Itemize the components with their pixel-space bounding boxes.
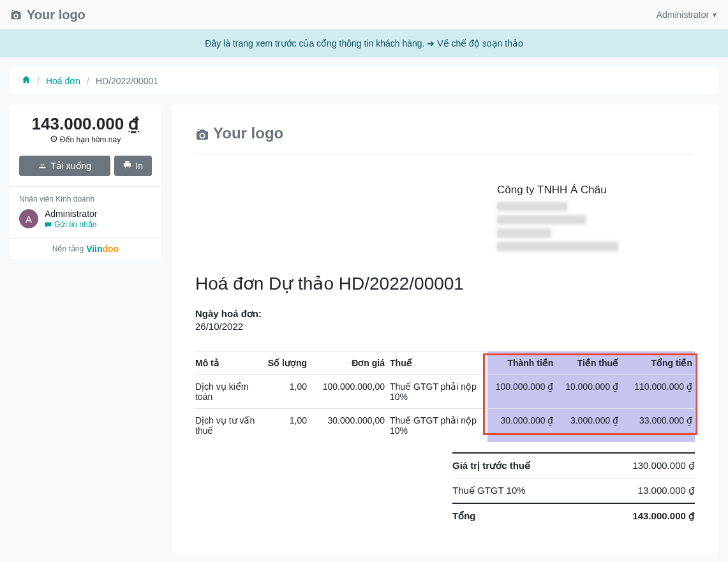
invoice-date-value: 26/10/2022	[195, 321, 695, 332]
home-link[interactable]	[22, 75, 31, 86]
print-button[interactable]: In	[114, 156, 152, 176]
due-date: Đến hạn hôm nay	[17, 135, 154, 144]
col-desc: Mô tả	[195, 351, 267, 375]
col-tax: Thuế	[390, 351, 487, 375]
cell-desc: Dịch vụ tư vấn thuế	[195, 409, 267, 443]
breadcrumb-invoices[interactable]: Hoá đơn	[46, 76, 80, 86]
table-row: Dịch vụ kiểm toán1,00100.000.000,00Thuế …	[195, 375, 695, 409]
cell-total: 110.000.000 ₫	[623, 375, 695, 409]
cell-desc: Dịch vụ kiểm toán	[195, 375, 267, 409]
comment-icon	[45, 221, 52, 228]
vat-label: Thuế GTGT 10%	[452, 485, 526, 496]
brand-logo[interactable]: Your logo	[10, 8, 85, 22]
col-tax-amount: Tiền thuế	[558, 351, 623, 375]
salesperson-label: Nhân viên Kinh doanh	[19, 195, 152, 203]
cell-subtotal: 30.000.000 ₫	[487, 409, 559, 443]
user-name: Administrator	[657, 10, 709, 20]
preview-text: Đây là trang xem trước của cổng thông ti…	[205, 38, 424, 48]
cell-qty: 1,00	[267, 409, 312, 443]
cell-total: 33.000.000 ₫	[623, 409, 695, 443]
totals-block: Giá trị trước thuế 130.000.000 ₫ Thuế GT…	[452, 452, 695, 528]
cell-qty: 1,00	[267, 375, 312, 409]
redacted-line	[497, 215, 586, 225]
vat-value: 13.000.000 ₫	[638, 485, 695, 496]
user-dropdown[interactable]: Administrator ▼	[657, 10, 718, 20]
cell-tax-amount: 3.000.000 ₫	[558, 409, 623, 443]
cell-unit-price: 30.000.000,00	[312, 409, 390, 443]
cell-tax-amount: 10.000.000 ₫	[558, 375, 623, 409]
col-subtotal: Thành tiền	[487, 351, 559, 375]
redacted-line	[497, 228, 551, 238]
table-row: Dịch vụ tư vấn thuế1,0030.000.000,00Thuế…	[195, 409, 695, 443]
doc-logo: Your logo	[195, 124, 695, 154]
total-value: 143.000.000 ₫	[632, 510, 695, 522]
platform-credit: Nền tảng Viindoo	[10, 238, 161, 259]
breadcrumb-sep: /	[87, 76, 89, 86]
cell-tax: Thuế GTGT phải nộp 10%	[390, 409, 487, 443]
amount-due: 143.000.000 ₫	[17, 114, 154, 134]
caret-down-icon: ▼	[711, 11, 718, 18]
cell-tax: Thuế GTGT phải nộp 10%	[390, 375, 487, 409]
doc-logo-text: Your logo	[213, 124, 283, 142]
col-unit-price: Đơn giá	[312, 351, 390, 375]
svg-rect-1	[198, 129, 200, 130]
company-name: Công ty TNHH Á Châu	[497, 184, 695, 196]
cell-unit-price: 100.000.000,00	[312, 375, 390, 409]
invoice-document: Your logo Công ty TNHH Á Châu Hoá đơn Dự…	[172, 105, 718, 554]
breadcrumb-sep: /	[37, 76, 40, 86]
breadcrumb-current: HD/2022/00001	[96, 76, 158, 86]
clock-icon	[50, 135, 57, 144]
download-button[interactable]: Tải xuống	[19, 156, 110, 176]
camera-icon	[10, 10, 22, 20]
invoice-title: Hoá đơn Dự thảo HD/2022/00001	[195, 273, 695, 294]
redacted-line	[497, 242, 618, 251]
sidebar: 143.000.000 ₫ Đến hạn hôm nay Tả	[10, 105, 161, 259]
cell-subtotal: 100.000.000 ₫	[487, 375, 559, 409]
download-icon	[38, 161, 47, 171]
pretax-value: 130.000.000 ₫	[632, 460, 695, 471]
avatar: A	[19, 209, 38, 228]
company-address: Công ty TNHH Á Châu	[195, 184, 695, 255]
col-qty: Số lượng	[267, 351, 312, 375]
top-navbar: Your logo Administrator ▼	[0, 0, 728, 29]
line-items-table: Mô tả Số lượng Đơn giá Thuế Thành tiền T…	[195, 351, 695, 442]
invoice-date-label: Ngày hoá đơn:	[195, 308, 695, 320]
breadcrumb: / Hoá đơn / HD/2022/00001	[10, 68, 718, 94]
pretax-label: Giá trị trước thuế	[452, 460, 530, 471]
camera-icon	[195, 129, 207, 138]
print-icon	[123, 161, 131, 171]
home-icon	[22, 75, 31, 84]
svg-rect-0	[12, 10, 13, 11]
arrow-right-icon: ➔	[427, 38, 435, 48]
total-label: Tổng	[452, 510, 476, 522]
back-to-edit-link[interactable]: Về chế độ soạn thảo	[437, 38, 523, 48]
send-message-link[interactable]: Gửi tin nhắn	[45, 220, 97, 229]
viindoo-logo[interactable]: Viindoo	[86, 244, 119, 254]
col-total: Tổng tiền	[623, 351, 695, 375]
logo-text: Your logo	[27, 8, 85, 22]
preview-banner: Đây là trang xem trước của cổng thông ti…	[0, 29, 728, 57]
salesperson-name: Administrator	[45, 209, 97, 219]
redacted-line	[497, 202, 567, 211]
